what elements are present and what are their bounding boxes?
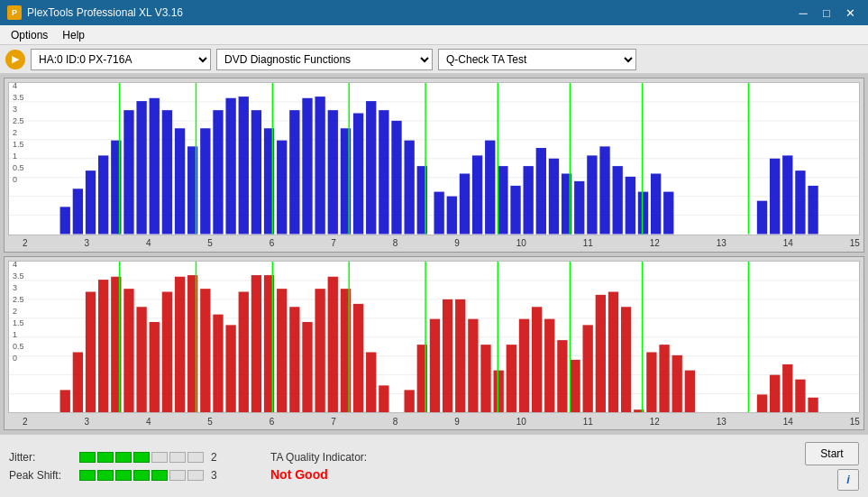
menu-options[interactable]: Options (4, 27, 55, 43)
svg-rect-113 (302, 322, 312, 413)
bx-label-11: 11 (583, 417, 593, 427)
svg-rect-120 (404, 390, 414, 412)
svg-rect-135 (596, 294, 606, 412)
svg-rect-109 (251, 275, 261, 412)
drive-select[interactable]: HA:0 ID:0 PX-716A (31, 49, 211, 70)
peak-seg-6 (169, 470, 186, 481)
svg-rect-117 (353, 303, 363, 412)
svg-rect-123 (443, 299, 452, 412)
svg-rect-137 (621, 307, 631, 412)
jitter-label: Jitter: (9, 451, 72, 464)
svg-rect-124 (455, 299, 465, 412)
svg-text:2.5: 2.5 (13, 295, 24, 304)
svg-rect-39 (353, 114, 363, 235)
x-label-6: 6 (270, 238, 275, 248)
svg-rect-22 (136, 101, 146, 234)
svg-rect-136 (608, 291, 618, 412)
function-select[interactable]: DVD Diagnostic Functions (216, 49, 433, 70)
svg-rect-146 (795, 379, 805, 412)
peak-seg-3 (115, 470, 132, 481)
bx-label-3: 3 (84, 417, 89, 427)
svg-text:1: 1 (13, 330, 17, 339)
svg-rect-64 (757, 201, 767, 235)
svg-rect-30 (239, 97, 249, 234)
svg-rect-134 (583, 325, 593, 412)
svg-rect-46 (447, 197, 457, 235)
svg-rect-54 (549, 159, 559, 235)
toolbar: ▶ HA:0 ID:0 PX-716A DVD Diagnostic Funct… (0, 45, 868, 74)
bx-label-5: 5 (207, 417, 213, 427)
close-button[interactable]: ✕ (839, 4, 861, 22)
svg-rect-101 (150, 322, 160, 413)
svg-rect-145 (782, 364, 792, 412)
svg-text:2: 2 (13, 128, 17, 137)
svg-rect-53 (536, 148, 546, 234)
svg-rect-141 (672, 354, 682, 412)
quality-label: TA Quality Indicator: (270, 451, 367, 464)
svg-rect-43 (404, 141, 414, 235)
svg-rect-108 (239, 291, 249, 412)
svg-rect-61 (638, 192, 648, 235)
svg-rect-58 (599, 146, 609, 234)
svg-rect-33 (277, 141, 287, 235)
bx-label-12: 12 (650, 417, 660, 427)
jitter-seg-1 (79, 452, 96, 463)
svg-rect-21 (123, 110, 133, 234)
svg-text:3.5: 3.5 (13, 272, 24, 281)
bx-label-4: 4 (146, 417, 151, 427)
svg-rect-99 (123, 289, 133, 412)
peak-seg-5 (151, 470, 168, 481)
jitter-seg-2 (97, 452, 114, 463)
svg-text:0: 0 (13, 175, 17, 184)
info-button[interactable]: i (837, 469, 859, 491)
svg-rect-59 (613, 166, 623, 234)
jitter-seg-4 (133, 452, 150, 463)
svg-rect-40 (366, 101, 376, 234)
svg-rect-126 (480, 345, 490, 412)
x-label-3: 3 (84, 238, 89, 248)
svg-rect-19 (98, 155, 108, 234)
svg-rect-57 (587, 155, 597, 234)
svg-rect-140 (659, 345, 669, 412)
svg-rect-62 (651, 174, 661, 235)
bx-label-10: 10 (516, 417, 526, 427)
start-button[interactable]: Start (805, 442, 859, 465)
svg-rect-16 (60, 207, 70, 234)
x-label-11: 11 (583, 238, 593, 248)
jitter-value: 2 (211, 451, 229, 464)
drive-icon: ▶ (5, 50, 25, 69)
test-select[interactable]: Q-Check TA Test (438, 49, 636, 70)
menu-help[interactable]: Help (55, 27, 92, 43)
svg-text:4: 4 (13, 262, 17, 269)
svg-rect-67 (795, 170, 805, 234)
svg-text:4: 4 (13, 83, 17, 90)
svg-rect-102 (162, 291, 172, 412)
peak-seg-1 (79, 470, 96, 481)
svg-rect-111 (277, 289, 287, 412)
svg-text:0.5: 0.5 (13, 163, 24, 172)
svg-rect-97 (98, 280, 108, 412)
x-label-8: 8 (393, 238, 398, 248)
bx-label-6: 6 (270, 417, 275, 427)
svg-rect-106 (213, 314, 223, 412)
minimize-button[interactable]: ─ (792, 4, 814, 22)
x-label-12: 12 (650, 238, 660, 248)
svg-rect-128 (507, 345, 516, 412)
maximize-button[interactable]: □ (816, 4, 837, 22)
bx-label-13: 13 (717, 417, 726, 427)
app-icon: P (7, 5, 22, 20)
x-label-15: 15 (850, 238, 860, 248)
svg-text:1: 1 (13, 152, 17, 161)
svg-rect-95 (73, 352, 83, 412)
svg-rect-107 (225, 325, 235, 412)
start-section: Start i (805, 442, 859, 491)
svg-rect-63 (663, 192, 673, 235)
jitter-meter (79, 452, 204, 463)
svg-rect-133 (570, 359, 580, 412)
svg-rect-31 (251, 110, 261, 234)
window-controls: ─ □ ✕ (792, 4, 861, 22)
svg-rect-27 (200, 128, 210, 234)
svg-text:3.5: 3.5 (13, 93, 24, 102)
svg-rect-100 (136, 307, 146, 412)
metrics-section: Jitter: 2 Peak Shift: (9, 451, 234, 482)
